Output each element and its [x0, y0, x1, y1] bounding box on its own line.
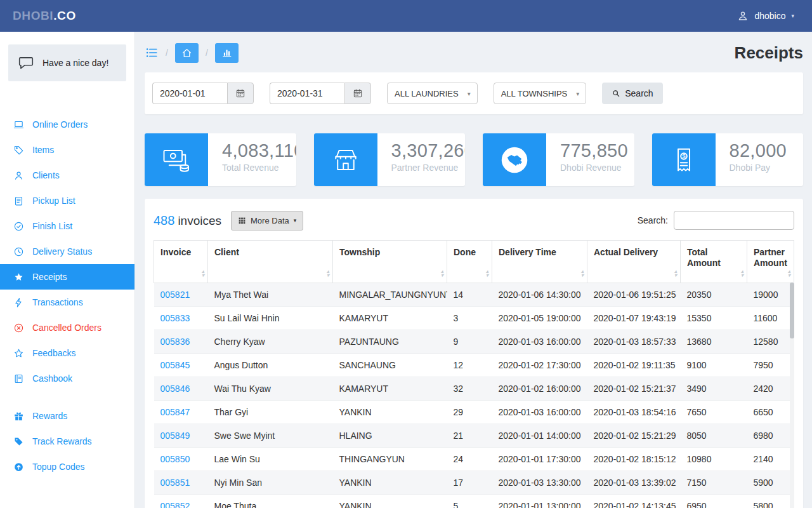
- partner-amount-cell: 7950: [747, 353, 794, 377]
- col-invoice[interactable]: Invoice▴▾: [154, 241, 208, 283]
- user-menu[interactable]: dhobico ▾: [737, 10, 794, 22]
- invoices-panel: 488invoices More Data ▾ Search:: [145, 199, 803, 508]
- scrollbar-thumb[interactable]: [790, 283, 794, 338]
- date-to-calendar-button[interactable]: [344, 83, 371, 104]
- stat-card-dhobi-revenue: 775,850 Dhobi Revenue: [483, 133, 634, 186]
- col-delivery-time[interactable]: Delivery Time▴▾: [492, 241, 587, 283]
- township-cell: KAMARYUT: [333, 306, 447, 330]
- top-navbar: DHOBI.CO dhobico ▾: [0, 0, 812, 32]
- invoices-table: Invoice▴▾ Client▴▾ Township▴▾ Done▴▾ Del…: [154, 240, 794, 508]
- invoices-count-word: invoices: [178, 214, 221, 227]
- brand-primary: DHOBI: [13, 9, 53, 22]
- delivery-time-cell: 2020-01-02 17:30:00: [492, 353, 587, 377]
- table-row[interactable]: 005833 Su Lail Wai Hnin KAMARYUT 3 2020-…: [154, 306, 794, 330]
- invoice-link[interactable]: 005850: [154, 447, 208, 471]
- table-row[interactable]: 005852 Moe Thuta YANKIN 5 2020-01-01 13:…: [154, 494, 794, 508]
- arrow-up-circle-icon: [13, 462, 24, 472]
- invoice-link[interactable]: 005847: [154, 400, 208, 424]
- col-total-amount[interactable]: Total Amount▴▾: [681, 241, 747, 283]
- more-data-button[interactable]: More Data ▾: [231, 211, 303, 231]
- calendar-icon: [353, 88, 363, 98]
- sort-icon[interactable]: ▴▾: [202, 270, 204, 278]
- col-partner-amount[interactable]: Partner Amount▴▾: [747, 241, 794, 283]
- star-icon: [13, 272, 24, 283]
- sidebar-item-track-rewards[interactable]: Track Rewards: [0, 429, 134, 454]
- invoice-link[interactable]: 005833: [154, 306, 208, 330]
- client-cell: Swe Swe Myint: [208, 424, 333, 447]
- client-cell: Thar Gyi: [208, 400, 333, 424]
- username: dhobico: [754, 11, 785, 21]
- table-toolbar: 488invoices More Data ▾ Search:: [154, 208, 794, 233]
- sidebar-item-feedbacks[interactable]: Feedbacks: [0, 340, 134, 366]
- actual-delivery-cell: 2020-01-03 13:39:02: [587, 471, 681, 494]
- chart-button[interactable]: [215, 43, 239, 63]
- sidebar-item-finish-list[interactable]: Finish List: [0, 213, 134, 239]
- total-amount-cell: 7650: [681, 400, 747, 424]
- table-search-label: Search:: [638, 215, 668, 225]
- townships-select-value: ALL TOWNSHIPS: [501, 89, 568, 98]
- stat-card-total-revenue: 4,083,110 Total Revenue: [145, 133, 296, 186]
- sort-icon[interactable]: ▴▾: [581, 270, 584, 278]
- sort-icon[interactable]: ▴▾: [327, 270, 329, 278]
- table-search-input[interactable]: [674, 211, 794, 230]
- invoice-link[interactable]: 005845: [154, 353, 208, 377]
- sidebar-item-pickup-list[interactable]: Pickup List: [0, 188, 134, 213]
- sidebar-item-receipts[interactable]: Receipts: [0, 264, 134, 290]
- sidebar-item-transactions[interactable]: Transactions: [0, 290, 134, 315]
- invoice-link[interactable]: 005849: [154, 424, 208, 447]
- sidebar-item-items[interactable]: Items: [0, 137, 134, 163]
- table-row[interactable]: 005851 Nyi Min San YANKIN 17 2020-01-03 …: [154, 471, 794, 494]
- townships-select[interactable]: ALL TOWNSHIPS ▾: [494, 83, 587, 104]
- sidebar-item-topup-codes[interactable]: Topup Codes: [0, 454, 134, 479]
- invoice-link[interactable]: 005836: [154, 330, 208, 353]
- sort-icon[interactable]: ▴▾: [788, 270, 790, 278]
- home-button[interactable]: [175, 43, 199, 63]
- stat-body: 3,307,260 Partner Revenue: [377, 133, 466, 186]
- sort-icon[interactable]: ▴▾: [486, 270, 488, 278]
- partner-amount-cell: 12580: [747, 330, 794, 353]
- actual-delivery-cell: 2020-01-07 19:43:19: [587, 306, 681, 330]
- stat-value: 4,083,110: [222, 140, 291, 161]
- sidebar-item-delivery-status[interactable]: Delivery Status: [0, 239, 134, 264]
- sidebar-item-cancelled-orders[interactable]: Cancelled Orders: [0, 315, 134, 340]
- sidebar-item-online-orders[interactable]: Online Orders: [0, 112, 134, 137]
- table-row[interactable]: 005821 Mya Thet Wai MINGALAR_TAUNGNYUNT …: [154, 283, 794, 306]
- invoice-link[interactable]: 005821: [154, 283, 208, 306]
- col-client[interactable]: Client▴▾: [208, 241, 333, 283]
- sort-icon[interactable]: ▴▾: [441, 270, 443, 278]
- search-button[interactable]: Search: [602, 83, 662, 104]
- col-done[interactable]: Done▴▾: [447, 241, 492, 283]
- date-to-input[interactable]: [270, 83, 344, 104]
- search-button-label: Search: [625, 88, 653, 98]
- table-row[interactable]: 005845 Angus Dutton SANCHAUNG 12 2020-01…: [154, 353, 794, 377]
- col-township[interactable]: Township▴▾: [333, 241, 447, 283]
- brand-logo[interactable]: DHOBI.CO: [13, 9, 76, 23]
- actual-delivery-cell: 2020-01-03 18:54:16: [587, 400, 681, 424]
- col-actual-delivery[interactable]: Actual Delivery▴▾: [587, 241, 681, 283]
- list-icon[interactable]: [145, 46, 159, 60]
- chat-bubble-icon: [18, 55, 34, 71]
- invoice-link[interactable]: 005852: [154, 494, 208, 508]
- table-row[interactable]: 005846 Wai Thu Kyaw KAMARYUT 32 2020-01-…: [154, 377, 794, 400]
- invoice-link[interactable]: 005851: [154, 471, 208, 494]
- table-scrollbar[interactable]: [790, 282, 794, 508]
- total-amount-cell: 15350: [681, 306, 747, 330]
- table-row[interactable]: 005847 Thar Gyi YANKIN 29 2020-01-03 16:…: [154, 400, 794, 424]
- sidebar-item-rewards[interactable]: Rewards: [0, 403, 134, 429]
- stat-label: Partner Revenue: [391, 162, 461, 174]
- calendar-icon: [235, 88, 246, 98]
- township-cell: YANKIN: [333, 400, 447, 424]
- laundries-select[interactable]: ALL LAUNDRIES ▾: [387, 83, 478, 104]
- sidebar-item-cashbook[interactable]: Cashbook: [0, 366, 134, 391]
- table-row[interactable]: 005850 Lae Win Su THINGANGYUN 24 2020-01…: [154, 447, 794, 471]
- sort-icon[interactable]: ▴▾: [741, 270, 743, 278]
- done-cell: 29: [447, 400, 492, 424]
- date-from-calendar-button[interactable]: [227, 83, 254, 104]
- breadcrumb: / / Receipts: [145, 39, 803, 66]
- invoice-link[interactable]: 005846: [154, 377, 208, 400]
- table-row[interactable]: 005849 Swe Swe Myint HLAING 21 2020-01-0…: [154, 424, 794, 447]
- sidebar-item-clients[interactable]: Clients: [0, 163, 134, 188]
- sort-icon[interactable]: ▴▾: [674, 270, 677, 278]
- table-row[interactable]: 005836 Cherry Kyaw PAZUNTAUNG 9 2020-01-…: [154, 330, 794, 353]
- date-from-input[interactable]: [152, 83, 227, 104]
